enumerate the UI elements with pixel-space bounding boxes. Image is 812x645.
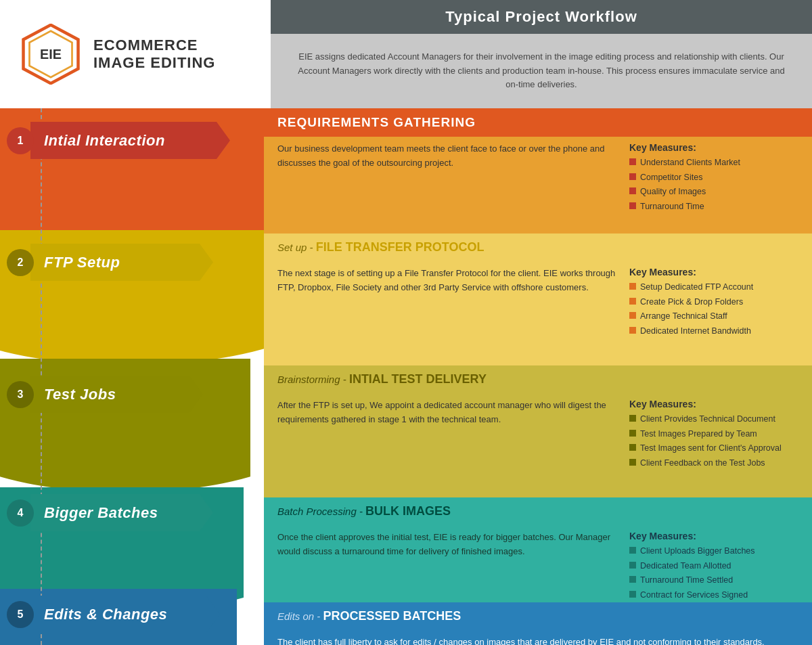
brand-line2: IMAGE EDITING: [93, 54, 215, 72]
left-column: 1 Intial Interaction 2 FTP Setup 3 Test …: [0, 108, 271, 645]
bullet-icon: [629, 202, 636, 209]
km-4-item-1: Client Uploads Bigger Batches: [629, 546, 798, 558]
ribbon-label-5: Edits & Changes: [30, 596, 220, 633]
km-text: Turnaround Time Settled: [640, 575, 733, 587]
panel-4-prefix: Batch Processing -: [277, 506, 365, 517]
stage-ribbon-4: 4 Bigger Batches: [0, 494, 213, 531]
stage-ribbon-5: 5 Edits & Changes: [0, 596, 220, 633]
stage-ribbon-3: 3 Test Jobs: [0, 376, 203, 413]
km-2-item-4: Dedicated Internet Bandwidth: [629, 326, 798, 338]
km-2-item-3: Arrange Technical Staff: [629, 311, 798, 323]
panel-2-title: FILE TRANSFER PROTOCOL: [316, 240, 484, 254]
svg-text:EIE: EIE: [40, 47, 62, 62]
km-text: Client Provides Technical Document: [640, 414, 775, 426]
panel-5-prefix: Edits on -: [277, 610, 323, 622]
panel-4: Batch Processing - BULK IMAGES Once the …: [264, 497, 812, 602]
km-text: Create Pick & Drop Folders: [640, 296, 743, 309]
main-content: 1 Intial Interaction 2 FTP Setup 3 Test …: [0, 108, 812, 645]
panel-3-title: INTIAL TEST DELIVERY: [349, 372, 487, 386]
panel-2-prefix: Set up -: [277, 242, 316, 253]
header-right: Typical Project Workflow EIE assigns ded…: [271, 0, 812, 108]
panel-3-km-title: Key Measures:: [629, 399, 798, 409]
panel-3-prefix: Brainstorming -: [277, 374, 349, 385]
panel-4-header: Batch Processing - BULK IMAGES: [264, 497, 812, 525]
panel-5-description: The client has full liberty to ask for e…: [277, 636, 798, 645]
panel-1: REQUIREMENTS GATHERING Our business deve…: [264, 108, 812, 233]
stage-number-1: 1: [7, 127, 34, 154]
panel-4-title: BULK IMAGES: [365, 504, 451, 518]
km-text: Quality of Images: [640, 186, 706, 198]
logo-hexagon: EIE: [20, 24, 81, 85]
bullet-icon: [629, 283, 636, 290]
km-text: Test Images sent for Client's Approval: [640, 443, 782, 455]
panel-3-body: After the FTP is set up, We appoint a de…: [264, 393, 812, 477]
km-3-item-2: Test Images Prepared by Team: [629, 428, 798, 441]
logo-text: ECOMMERCE IMAGE EDITING: [93, 37, 215, 72]
km-4-item-4: Contract for Services Signed: [629, 590, 798, 602]
km-text: Competitor Sites: [640, 172, 702, 184]
panel-2-km-title: Key Measures:: [629, 267, 798, 277]
km-1-item-4: Turnaround Time: [629, 201, 798, 213]
km-text: Contract for Services Signed: [640, 590, 748, 602]
logo-area: EIE ECOMMERCE IMAGE EDITING: [0, 0, 271, 108]
panel-4-key-measures: Key Measures: Client Uploads Bigger Batc…: [629, 531, 798, 604]
bullet-icon: [629, 547, 636, 554]
panel-5-body: The client has full liberty to ask for e…: [264, 630, 812, 645]
panel-5-title: PROCESSED BATCHES: [323, 609, 461, 623]
panel-4-body: Once the client approves the initial tes…: [264, 525, 812, 609]
panel-4-description: Once the client approves the initial tes…: [277, 531, 616, 604]
km-text: Setup Dedicated FTP Account: [640, 282, 753, 294]
bullet-icon: [629, 312, 636, 319]
panel-2-header: Set up - FILE TRANSFER PROTOCOL: [264, 233, 812, 261]
ribbon-label-3: Test Jobs: [30, 376, 203, 413]
panel-3-header: Brainstorming - INTIAL TEST DELIVERY: [264, 365, 812, 393]
km-text: Dedicated Team Allotted: [640, 560, 731, 573]
km-1-item-1: Understand Clients Market: [629, 157, 798, 169]
bullet-icon: [629, 415, 636, 422]
stage-number-3: 3: [7, 381, 34, 408]
bullet-icon: [629, 576, 636, 583]
header-description-box: EIE assigns dedicated Account Managers f…: [271, 34, 812, 108]
panel-5: Edits on - PROCESSED BATCHES The client …: [264, 602, 812, 645]
km-1-item-2: Competitor Sites: [629, 172, 798, 184]
panel-5-header: Edits on - PROCESSED BATCHES: [264, 602, 812, 630]
bullet-icon: [629, 298, 636, 305]
km-text: Understand Clients Market: [640, 157, 740, 169]
workflow-title-bar: Typical Project Workflow: [271, 0, 812, 34]
km-text: Dedicated Internet Bandwidth: [640, 326, 751, 338]
stage-ribbon-1: 1 Intial Interaction: [0, 122, 230, 159]
km-3-item-1: Client Provides Technical Document: [629, 414, 798, 426]
bullet-icon: [629, 459, 636, 466]
km-text: Turnaround Time: [640, 201, 704, 213]
stage-number-5: 5: [7, 601, 34, 628]
panel-1-header: REQUIREMENTS GATHERING: [264, 108, 812, 137]
bullet-icon: [629, 173, 636, 180]
km-text: Client Feedback on the Test Jobs: [640, 458, 765, 470]
bullet-icon: [629, 444, 636, 451]
bullet-icon: [629, 591, 636, 598]
km-1-item-3: Quality of Images: [629, 186, 798, 198]
ribbon-label-1: Intial Interaction: [30, 122, 230, 159]
km-2-item-2: Create Pick & Drop Folders: [629, 296, 798, 309]
km-3-item-3: Test Images sent for Client's Approval: [629, 443, 798, 455]
panel-2: Set up - FILE TRANSFER PROTOCOL The next…: [264, 233, 812, 365]
ribbon-label-4: Bigger Batches: [30, 494, 213, 531]
bullet-icon: [629, 187, 636, 194]
header-description: EIE assigns dedicated Account Managers f…: [291, 50, 792, 92]
stage-ribbon-2: 2 FTP Setup: [0, 244, 213, 281]
panel-2-key-measures: Key Measures: Setup Dedicated FTP Accoun…: [629, 267, 798, 340]
bullet-icon: [629, 327, 636, 334]
brand-line1: ECOMMERCE: [93, 37, 215, 54]
km-text: Test Images Prepared by Team: [640, 428, 757, 441]
stage-number-2: 2: [7, 249, 34, 276]
panel-3-key-measures: Key Measures: Client Provides Technical …: [629, 399, 798, 472]
panel-1-key-measures: Key Measures: Understand Clients Market …: [629, 142, 798, 215]
km-4-item-2: Dedicated Team Allotted: [629, 560, 798, 573]
bullet-icon: [629, 430, 636, 437]
header: EIE ECOMMERCE IMAGE EDITING Typical Proj…: [0, 0, 812, 108]
km-4-item-3: Turnaround Time Settled: [629, 575, 798, 587]
panel-1-description: Our business development team meets the …: [277, 142, 616, 215]
km-3-item-4: Client Feedback on the Test Jobs: [629, 458, 798, 470]
km-text: Client Uploads Bigger Batches: [640, 546, 755, 558]
panel-3: Brainstorming - INTIAL TEST DELIVERY Aft…: [264, 365, 812, 497]
